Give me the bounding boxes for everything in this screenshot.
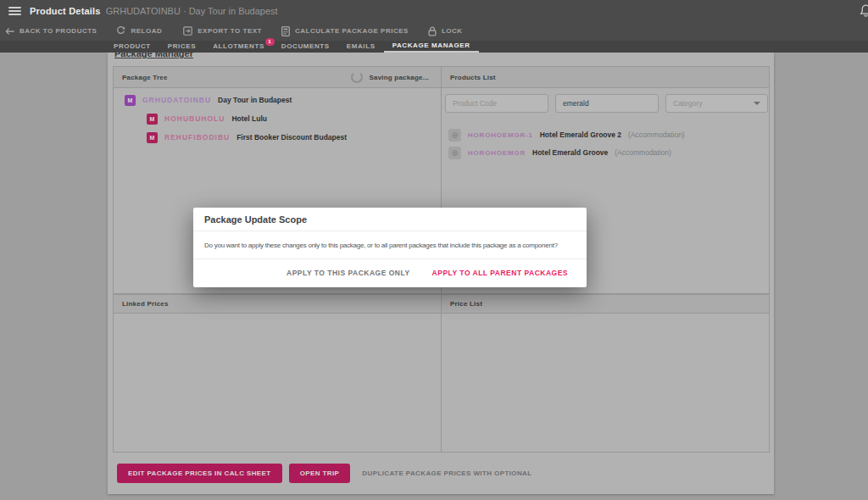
tab-allotments-label: ALLOTMENTS	[213, 42, 264, 50]
product-list-item[interactable]: ⊕ HOROHOEMGR Hotel Emerald Groove (Accom…	[442, 146, 769, 159]
lock-label: LOCK	[442, 27, 463, 35]
app-bar: Product Details GRHUDATOINBU · Day Tour …	[0, 0, 868, 21]
lock-icon	[428, 26, 437, 36]
category-dropdown-label: Category	[673, 99, 703, 108]
page-subtitle: GRHUDATOINBU · Day Tour in Budapest	[106, 6, 278, 16]
spinner-icon	[351, 71, 363, 83]
tab-product[interactable]: PRODUCT	[105, 41, 159, 53]
action-toolbar: BACK TO PRODUCTS RELOAD EXPORT TO TEXT C…	[0, 21, 868, 41]
tab-prices[interactable]: PRICES	[159, 41, 204, 53]
tab-allotments[interactable]: ALLOTMENTS1	[204, 41, 273, 53]
tab-prices-label: PRICES	[168, 42, 196, 50]
add-product-icon[interactable]: ⊕	[448, 129, 461, 142]
saving-status: Saving package...	[351, 71, 432, 83]
tab-emails-label: EMAILS	[347, 42, 376, 50]
product-list-item[interactable]: ⊕ HOROHOEMGR-1 Hotel Emerald Groove 2 (A…	[442, 128, 769, 142]
apply-all-parent-packages-button[interactable]: APPLY TO ALL PARENT PACKAGES	[432, 269, 568, 277]
package-update-scope-dialog: Package Update Scope Do you want to appl…	[193, 208, 587, 287]
package-type-badge: M	[125, 95, 136, 106]
back-to-products-label: BACK TO PRODUCTS	[19, 27, 97, 35]
export-icon	[183, 26, 192, 36]
linked-prices-body	[114, 314, 441, 452]
tree-item-code: GRHUDATOINBU	[142, 96, 211, 104]
product-category: (Accommodation)	[615, 148, 671, 157]
package-type-badge: M	[147, 132, 158, 143]
package-tree-title: Package Tree	[122, 74, 168, 81]
calculate-package-prices-button[interactable]: CALCULATE PACKAGE PRICES	[281, 26, 409, 36]
duplicate-package-prices-button[interactable]: DUPLICATE PACKAGE PRICES WITH OPTIONAL	[362, 469, 531, 477]
add-product-icon[interactable]: ⊕	[448, 147, 461, 159]
tab-documents-label: DOCUMENTS	[281, 42, 330, 50]
tab-product-label: PRODUCT	[114, 42, 151, 50]
dialog-actions: APPLY TO THIS PACKAGE ONLY APPLY TO ALL …	[193, 259, 587, 287]
back-to-products-button[interactable]: BACK TO PRODUCTS	[5, 27, 97, 36]
category-dropdown[interactable]: Category	[665, 94, 768, 113]
products-filter-row: Category	[442, 88, 769, 113]
product-name: Hotel Emerald Groove 2	[540, 131, 621, 139]
tab-package-manager[interactable]: PACKAGE MANAGER	[384, 41, 479, 53]
tab-documents[interactable]: DOCUMENTS	[273, 41, 338, 53]
price-list-header: Price List	[441, 295, 769, 314]
product-code: HOROHOEMGR	[468, 149, 526, 157]
tab-bar: PRODUCT PRICES ALLOTMENTS1 DOCUMENTS EMA…	[0, 41, 868, 53]
product-code: HOROHOEMGR-1	[468, 131, 533, 139]
linked-prices-header: Linked Prices	[114, 295, 441, 314]
dialog-message: Do you want to apply these changes only …	[193, 231, 587, 259]
price-list-title: Price List	[450, 300, 482, 308]
tree-item-child[interactable]: M HOHUBUHOLU Hotel Lulu	[114, 112, 441, 125]
back-arrow-icon	[5, 27, 14, 36]
tree-item-name: Hotel Lulu	[231, 114, 267, 123]
calculator-icon	[281, 26, 290, 36]
card-footer-actions: EDIT PACKAGE PRICES IN CALC SHEET OPEN T…	[113, 464, 770, 483]
product-search-input[interactable]	[555, 94, 659, 113]
product-name: Hotel Emerald Groove	[532, 148, 608, 157]
tree-item-name: First Booker Discount Budapest	[236, 133, 347, 142]
reload-icon	[116, 26, 125, 36]
export-to-text-button[interactable]: EXPORT TO TEXT	[183, 26, 262, 36]
menu-icon[interactable]	[8, 7, 21, 15]
page-title: Product Details	[30, 6, 101, 16]
reload-button[interactable]: RELOAD	[116, 26, 162, 36]
tree-item-name: Day Tour in Budapest	[218, 96, 292, 104]
lock-button[interactable]: LOCK	[428, 26, 463, 36]
price-list-body	[441, 314, 769, 452]
saving-status-label: Saving package...	[369, 74, 429, 81]
products-list-header: Products List	[441, 67, 769, 88]
calculate-package-prices-label: CALCULATE PACKAGE PRICES	[295, 27, 409, 35]
tab-package-manager-label: PACKAGE MANAGER	[392, 42, 470, 49]
tree-item-root[interactable]: M GRHUDATOINBU Day Tour in Budapest	[114, 93, 441, 107]
tab-emails[interactable]: EMAILS	[338, 41, 384, 53]
linked-prices-title: Linked Prices	[122, 300, 169, 308]
edit-package-prices-button[interactable]: EDIT PACKAGE PRICES IN CALC SHEET	[117, 464, 282, 483]
product-code-input[interactable]	[445, 94, 548, 113]
products-list-title: Products List	[450, 74, 496, 81]
tree-item-code: HOHUBUHOLU	[164, 114, 225, 123]
reload-label: RELOAD	[131, 27, 162, 35]
tree-item-child[interactable]: M REHUFIBODIBU First Booker Discount Bud…	[114, 131, 441, 144]
tree-item-code: REHUFIBODIBU	[164, 133, 230, 142]
notifications-icon[interactable]	[859, 3, 868, 18]
prices-panels: Linked Prices Price List	[113, 294, 770, 453]
open-trip-button[interactable]: OPEN TRIP	[289, 464, 351, 483]
section-title-clipped: Package Manager	[114, 53, 193, 60]
chevron-down-icon	[754, 102, 760, 105]
package-type-badge: M	[147, 114, 158, 125]
apply-this-package-only-button[interactable]: APPLY TO THIS PACKAGE ONLY	[287, 269, 410, 277]
product-category: (Accommodation)	[628, 131, 685, 139]
package-tree-header: Package Tree Saving package...	[114, 67, 441, 88]
export-to-text-label: EXPORT TO TEXT	[198, 27, 262, 35]
dialog-title: Package Update Scope	[193, 208, 587, 231]
